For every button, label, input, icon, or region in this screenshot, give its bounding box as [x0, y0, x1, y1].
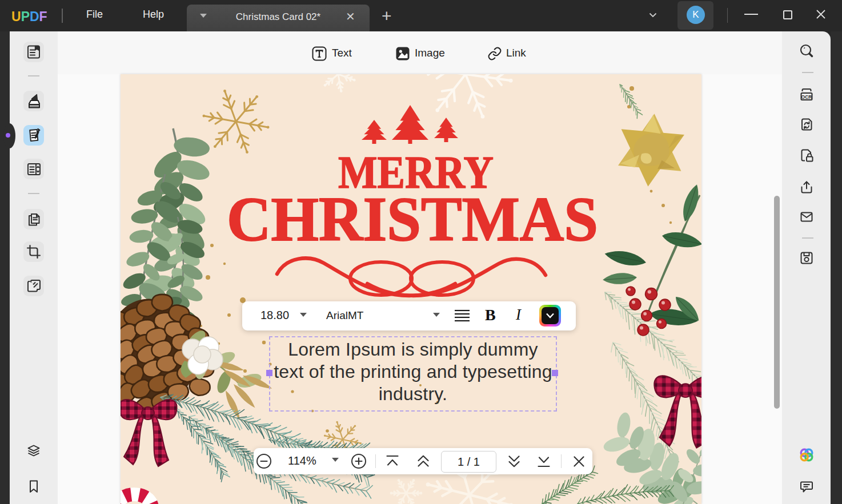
- svg-text:OCR: OCR: [801, 94, 812, 100]
- svg-text:CHRISTMAS: CHRISTMAS: [227, 184, 598, 254]
